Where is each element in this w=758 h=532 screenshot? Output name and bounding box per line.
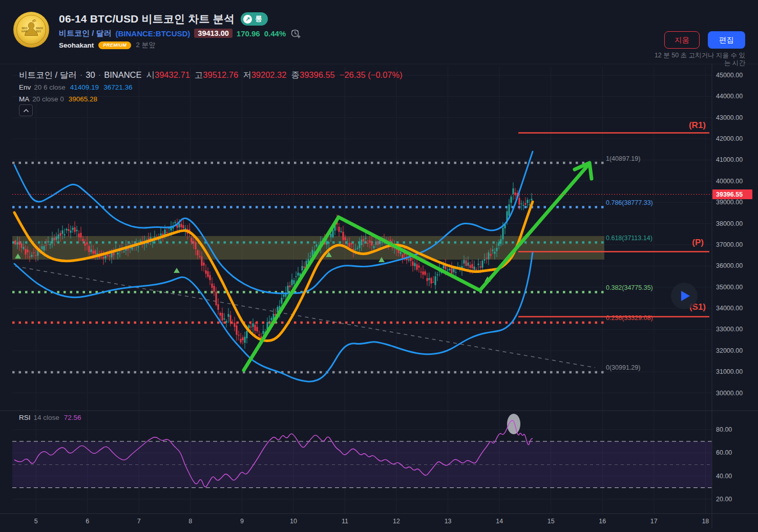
posted-time: 2 분앞 — [136, 40, 155, 50]
price-axis-label: 34000.00 — [716, 305, 743, 312]
fib-level-label: 0.382(34775.35) — [606, 284, 653, 291]
price-axis[interactable]: 45000.0044000.0043000.0042000.0041000.00… — [712, 72, 752, 503]
price-axis-label: 40000.00 — [716, 178, 743, 185]
time-axis-label: 12 — [393, 518, 400, 525]
rsi-pane-layer — [12, 414, 712, 488]
price-change-abs: 170.96 — [237, 29, 260, 38]
last-price-chip: 39413.00 — [194, 29, 232, 38]
time-axis-label: 14 — [496, 518, 503, 525]
time-axis-label: 17 — [650, 518, 658, 525]
time-axis-label: 7 — [137, 518, 141, 525]
legend-change: −26.35 (−0.07%) — [340, 70, 403, 80]
page-title: 06-14 BTC/USD 비트코인 차트 분석 — [59, 12, 235, 26]
time-axis-label: 8 — [188, 518, 192, 525]
fib-retracement-layer: 1(40897.19)0.786(38777.33)0.618(37113.14… — [12, 155, 653, 372]
price-axis-label: 42000.00 — [716, 135, 743, 142]
price-axis-label: 45000.00 — [716, 72, 743, 79]
legend-symbol: 비트코인 / 달러 — [19, 70, 77, 81]
descending-trendline[interactable] — [15, 266, 595, 368]
symbol-link[interactable]: 비트코인 / 달러 — [59, 29, 112, 38]
legend-env-row[interactable]: Env20 6 close 41409.1936721.36 — [19, 81, 403, 93]
pivot-label: (R1) — [689, 120, 706, 130]
price-axis-label: 36000.00 — [716, 262, 743, 269]
svg-text:HAK: HAK — [22, 30, 28, 33]
time-axis-label: 15 — [548, 518, 555, 525]
fib-level-label: 1(40897.19) — [606, 155, 640, 162]
chevron-up-icon — [23, 108, 30, 113]
rsi-legend[interactable]: RSI14 close 72.56 — [19, 414, 81, 421]
price-change-pct: 0.44% — [264, 29, 286, 38]
price-axis-label: 30000.00 — [716, 390, 743, 397]
rsi-axis-label: 20.00 — [716, 496, 732, 503]
premium-badge: PREMIUM — [98, 41, 131, 49]
chart-legend: 비트코인 / 달러 · 30 · BINANCE 시39432.71 고3951… — [19, 69, 403, 105]
svg-text:2021: 2021 — [36, 30, 41, 33]
play-icon — [681, 291, 690, 301]
symbol-exchange-code[interactable]: (BINANCE:BTCUSD) — [116, 29, 191, 38]
trading-idea-page: 1(40897.19)0.786(38777.33)0.618(37113.14… — [0, 0, 758, 532]
price-axis-label: 31000.00 — [716, 368, 743, 375]
time-axis-label: 10 — [290, 518, 297, 525]
edit-timer-note: 12 분 50 초 고치거나 지을 수 있 는 시간 — [633, 52, 745, 67]
author-avatar-coin[interactable]: SEO HAK SINCE 2021 — [13, 11, 50, 48]
price-axis-label: 32000.00 — [716, 347, 743, 354]
long-direction-badge[interactable]: ↗ 롱 — [241, 12, 268, 26]
legend-collapse-button[interactable] — [19, 104, 33, 116]
fib-level-label: 0.618(37113.14) — [606, 235, 652, 242]
price-axis-label: 38000.00 — [716, 220, 743, 227]
rsi-axis-label: 40.00 — [716, 473, 732, 480]
legend-symbol-row[interactable]: 비트코인 / 달러 · 30 · BINANCE 시39432.71 고3951… — [19, 69, 403, 81]
avatar-since-text: SINCE — [36, 27, 43, 30]
long-badge-label: 롱 — [255, 14, 262, 24]
time-axis-label: 9 — [240, 518, 244, 525]
fib-level-label: 0(30991.29) — [606, 364, 640, 371]
fib-level-label: 0.236(33329.08) — [606, 314, 653, 322]
time-axis-label: 13 — [445, 518, 452, 525]
indicator-lines-layer — [14, 152, 533, 381]
current-price-badge-text: 39396.55 — [716, 191, 743, 198]
price-axis-label: 37000.00 — [716, 241, 743, 248]
time-axis-label: 6 — [86, 518, 89, 525]
fib-level-label: 0.786(38777.33) — [606, 199, 653, 206]
author-name[interactable]: Seohakant — [59, 41, 94, 49]
pivot-label: (P) — [692, 238, 704, 247]
arrow-up-right-icon: ↗ — [243, 15, 252, 24]
time-axis-label: 16 — [599, 518, 606, 525]
time-axis-label: 18 — [702, 518, 709, 525]
time-axis-label: 11 — [342, 518, 348, 525]
price-axis-label: 41000.00 — [716, 156, 743, 163]
add-alert-clock-icon[interactable] — [290, 28, 301, 39]
rsi-axis-label: 80.00 — [716, 426, 732, 433]
time-axis[interactable]: 56789101112131415161718 — [34, 518, 709, 525]
legend-ma-row[interactable]: MA20 close 0 39065.28 — [19, 93, 403, 105]
time-axis-label: 5 — [34, 518, 38, 525]
edit-button[interactable]: 편집 — [708, 31, 745, 49]
price-axis-label: 44000.00 — [716, 93, 743, 100]
legend-interval: 30 — [86, 70, 95, 80]
price-axis-label: 35000.00 — [716, 284, 743, 291]
rsi-axis-label: 60.00 — [716, 449, 732, 456]
price-axis-label: 33000.00 — [716, 326, 743, 333]
clear-button[interactable]: 지움 — [664, 31, 700, 49]
env-upper-line — [14, 152, 533, 293]
price-axis-label: 39000.00 — [716, 199, 743, 206]
price-axis-label: 43000.00 — [716, 114, 743, 121]
replay-play-button[interactable] — [671, 283, 698, 309]
legend-exchange: BINANCE — [104, 70, 141, 80]
